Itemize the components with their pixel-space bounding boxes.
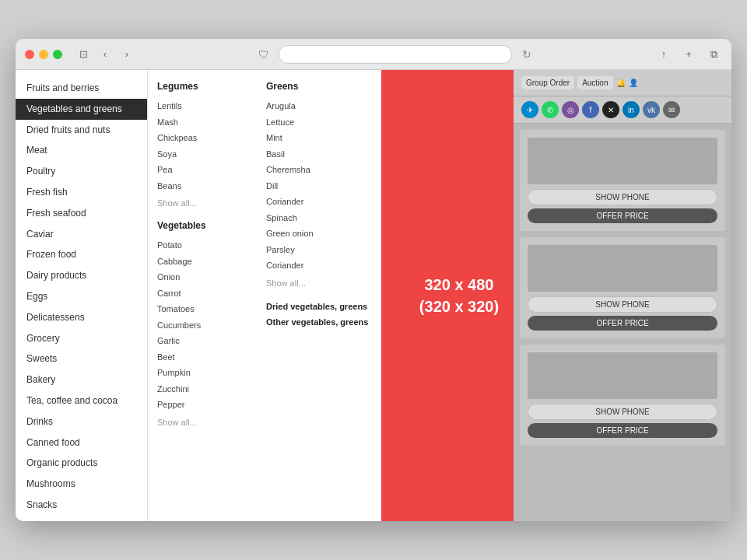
browser-controls: ⊡ ‹ › — [75, 46, 135, 63]
greens-item-dill[interactable]: Dill — [266, 178, 372, 194]
sidebar-item-caviar[interactable]: Caviar — [16, 224, 147, 245]
product-card-3: SHOW PHONE OFFER PRICE — [520, 345, 725, 446]
sidebar-item-mushrooms[interactable]: Mushrooms — [16, 474, 147, 495]
vegetables-item-pepper[interactable]: Pepper — [157, 397, 247, 413]
greens-header: Greens — [266, 81, 372, 92]
sidebar-item-fresh-seafood[interactable]: Fresh seafood — [16, 203, 147, 224]
twitter-icon[interactable]: ✕ — [602, 101, 619, 118]
telegram-icon[interactable]: ✈ — [521, 101, 538, 118]
show-phone-button-2[interactable]: SHOW PHONE — [528, 296, 717, 313]
greens-item-cheremsha[interactable]: Cheremsha — [266, 162, 372, 178]
sidebar-item-organic[interactable]: Organic products — [16, 453, 147, 474]
reload-button[interactable]: ↻ — [518, 46, 535, 63]
user-icon: 👤 — [629, 79, 638, 87]
sidebar-item-fruits[interactable]: Fruits and berries — [16, 78, 147, 99]
tabs-button[interactable]: ⧉ — [705, 46, 722, 63]
vegetables-item-garlic[interactable]: Garlic — [157, 333, 247, 349]
offer-price-button-2[interactable]: OFFER PRICE — [528, 316, 717, 331]
maximize-button[interactable] — [53, 50, 62, 59]
sidebar-item-dairy[interactable]: Dairy products — [16, 265, 147, 286]
greens-show-all[interactable]: Show all... — [266, 278, 372, 288]
sidebar-item-delicatessens[interactable]: Delicatessens — [16, 307, 147, 328]
traffic-lights — [25, 50, 62, 59]
greens-item-spinach[interactable]: Spinach — [266, 210, 372, 226]
new-tab-button[interactable]: + — [680, 46, 697, 63]
address-bar-container: 🛡 ↻ — [142, 45, 649, 64]
legumes-item-mash[interactable]: Mash — [157, 114, 247, 131]
sidebar-item-dried-fruits[interactable]: Dried fruits and nuts — [16, 120, 147, 141]
sidebar-item-bakery[interactable]: Bakery — [16, 369, 147, 390]
legumes-column: Legumes Lentils Mash Chickpeas Soya Pea … — [148, 70, 257, 521]
greens-item-arugula[interactable]: Arugula — [266, 98, 372, 114]
dried-vegetables-item[interactable]: Dried vegetables, greens — [266, 299, 372, 314]
show-phone-button-1[interactable]: SHOW PHONE — [528, 189, 717, 205]
sidebar-item-poultry[interactable]: Poultry — [16, 161, 147, 182]
tab-view-button[interactable]: ⊡ — [75, 46, 92, 63]
ad-banner[interactable]: ✕ 320 x 480(320 x 320) — [381, 70, 514, 521]
address-input[interactable] — [279, 45, 512, 64]
greens-item-mint[interactable]: Mint — [266, 130, 372, 146]
greens-item-coriander2[interactable]: Coriander — [266, 257, 372, 274]
greens-item-green-onion[interactable]: Green onion — [266, 226, 372, 242]
minimize-button[interactable] — [39, 50, 48, 59]
back-button[interactable]: ‹ — [96, 46, 114, 63]
sidebar-item-drinks[interactable]: Drinks — [16, 411, 147, 432]
vegetables-item-tomatoes[interactable]: Tomatoes — [157, 301, 247, 317]
sidebar-item-frozen[interactable]: Frozen food — [16, 244, 147, 265]
greens-item-basil[interactable]: Basil — [266, 146, 372, 163]
notification-icon: 🔔 — [616, 79, 626, 87]
share-button[interactable]: ↑ — [655, 46, 672, 63]
browser-titlebar: ⊡ ‹ › 🛡 ↻ ↑ + ⧉ — [16, 39, 731, 70]
linkedin-icon[interactable]: in — [622, 101, 640, 118]
shield-icon[interactable]: 🛡 — [255, 46, 272, 63]
right-panel-top: Group Order Auction 🔔 👤 — [514, 70, 731, 96]
legumes-show-all[interactable]: Show all... — [157, 198, 247, 208]
legumes-item-lentils[interactable]: Lentils — [157, 98, 247, 114]
legumes-item-beans[interactable]: Beans — [157, 178, 247, 194]
group-order-button[interactable]: Group Order — [521, 76, 574, 89]
greens-item-coriander1[interactable]: Coriander — [266, 194, 372, 210]
close-button[interactable] — [25, 50, 34, 59]
vegetables-item-potato[interactable]: Potato — [157, 237, 247, 254]
vegetables-item-zucchini[interactable]: Zucchini — [157, 381, 247, 397]
email-icon[interactable]: ✉ — [663, 101, 680, 118]
sidebar-item-vegetables[interactable]: Vegetables and greens — [16, 99, 147, 120]
vk-icon[interactable]: vk — [643, 101, 660, 118]
greens-item-parsley[interactable]: Parsley — [266, 242, 372, 258]
vegetables-item-onion[interactable]: Onion — [157, 269, 247, 285]
other-vegetables-item[interactable]: Other vegetables, greens — [266, 314, 372, 330]
legumes-item-pea[interactable]: Pea — [157, 162, 247, 178]
vegetables-item-carrot[interactable]: Carrot — [157, 285, 247, 302]
whatsapp-icon[interactable]: ✆ — [542, 101, 559, 118]
vegetables-item-pumpkin[interactable]: Pumpkin — [157, 365, 247, 381]
legumes-item-chickpeas[interactable]: Chickpeas — [157, 130, 247, 146]
vegetables-item-beet[interactable]: Beet — [157, 349, 247, 366]
left-sidebar: Fruits and berries Vegetables and greens… — [16, 70, 148, 521]
sidebar-item-tea[interactable]: Tea, coffee and cocoa — [16, 390, 147, 411]
ad-label: 320 x 480(320 x 320) — [419, 274, 499, 317]
product-card-2: SHOW PHONE OFFER PRICE — [520, 237, 725, 338]
product-image-2 — [528, 245, 717, 292]
legumes-item-soya[interactable]: Soya — [157, 146, 247, 163]
vegetables-show-all[interactable]: Show all... — [157, 418, 247, 427]
viber-icon[interactable]: ◎ — [562, 101, 579, 118]
sidebar-item-meat[interactable]: Meat — [16, 140, 147, 161]
vegetables-item-cucumbers[interactable]: Cucumbers — [157, 317, 247, 334]
browser-content: Fruits and berries Vegetables and greens… — [16, 70, 731, 521]
facebook-icon[interactable]: f — [582, 101, 599, 118]
sidebar-item-sweets[interactable]: Sweets — [16, 348, 147, 369]
offer-price-button-1[interactable]: OFFER PRICE — [528, 208, 717, 223]
vegetables-header: Vegetables — [157, 220, 247, 231]
sidebar-item-spices[interactable]: Spices — [16, 516, 147, 521]
vegetables-item-cabbage[interactable]: Cabbage — [157, 254, 247, 270]
sidebar-item-fresh-fish[interactable]: Fresh fish — [16, 182, 147, 203]
sidebar-item-grocery[interactable]: Grocery — [16, 328, 147, 349]
forward-button[interactable]: › — [118, 46, 135, 63]
show-phone-button-3[interactable]: SHOW PHONE — [528, 404, 717, 420]
auction-button[interactable]: Auction — [577, 76, 612, 89]
sidebar-item-snacks[interactable]: Snacks — [16, 495, 147, 516]
sidebar-item-eggs[interactable]: Eggs — [16, 286, 147, 307]
offer-price-button-3[interactable]: OFFER PRICE — [528, 423, 717, 438]
greens-item-lettuce[interactable]: Lettuce — [266, 114, 372, 131]
sidebar-item-canned[interactable]: Canned food — [16, 432, 147, 453]
